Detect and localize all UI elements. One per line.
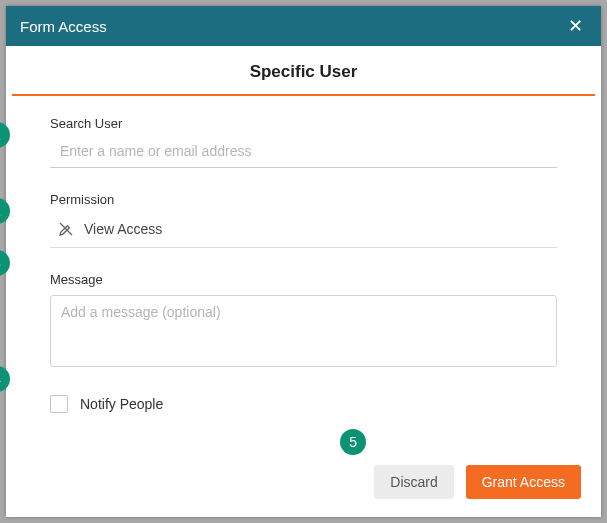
pencil-off-icon — [58, 221, 74, 237]
search-user-label: Search User — [50, 116, 557, 131]
message-group: Message — [50, 272, 557, 371]
callout-2: 2 — [0, 198, 10, 224]
section-title: Specific User — [12, 46, 595, 96]
form-body: 1 Search User 2 Permission View Access 3… — [6, 96, 601, 457]
callout-4: 4 — [0, 366, 10, 392]
message-label: Message — [50, 272, 557, 287]
close-icon[interactable]: ✕ — [562, 13, 589, 39]
grant-access-button[interactable]: Grant Access — [466, 465, 581, 499]
permission-group: Permission View Access — [50, 192, 557, 248]
notify-checkbox[interactable] — [50, 395, 68, 413]
callout-3: 3 — [0, 250, 10, 276]
permission-value: View Access — [84, 221, 162, 237]
notify-row: Notify People — [50, 395, 557, 413]
message-textarea[interactable] — [50, 295, 557, 367]
search-user-group: Search User — [50, 116, 557, 168]
form-access-dialog: Form Access ✕ Specific User 1 Search Use… — [6, 6, 601, 517]
permission-select[interactable]: View Access — [50, 215, 557, 248]
discard-button[interactable]: Discard — [374, 465, 453, 499]
svg-line-0 — [60, 223, 72, 235]
notify-label: Notify People — [80, 396, 163, 412]
dialog-header: Form Access ✕ — [6, 6, 601, 46]
search-user-input[interactable] — [50, 139, 557, 168]
permission-label: Permission — [50, 192, 557, 207]
dialog-title: Form Access — [20, 18, 107, 35]
callout-1: 1 — [0, 122, 10, 148]
dialog-footer: 5 Discard Grant Access — [6, 457, 601, 517]
